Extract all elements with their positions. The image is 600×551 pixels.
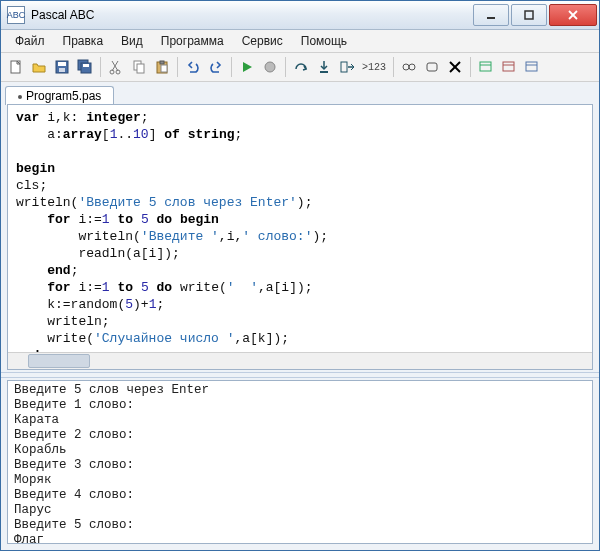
menu-view[interactable]: Вид [113,32,151,50]
svg-rect-33 [503,62,514,71]
output-line: Введите 2 слово: [14,428,134,442]
menu-file[interactable]: Файл [7,32,53,50]
eval-button[interactable]: >123 [359,56,389,78]
separator [231,57,232,77]
watch-button[interactable] [421,56,443,78]
save-all-button[interactable] [74,56,96,78]
svg-rect-23 [320,71,328,73]
output-line: Карата [14,413,59,427]
svg-marker-20 [243,62,252,72]
svg-rect-35 [526,62,537,71]
step-into-button[interactable] [313,56,335,78]
svg-rect-31 [480,62,491,71]
svg-rect-19 [161,65,167,72]
window-title: Pascal ABC [31,8,473,22]
output-line: Флаг [14,533,44,544]
app-window: ABC Pascal ABC Файл Правка Вид Программа… [0,0,600,551]
svg-rect-1 [525,11,533,19]
maximize-button[interactable] [511,4,547,26]
splitter[interactable] [1,372,599,378]
minimize-button[interactable] [473,4,509,26]
code-editor[interactable]: var i,k: integer; a:array[1..10] of stri… [8,105,592,369]
step-over-button[interactable] [290,56,312,78]
output-line: Введите 5 слов через Enter [14,383,209,397]
close-button[interactable] [549,4,597,26]
undo-button[interactable] [182,56,204,78]
toolbar: >123 [1,53,599,82]
copy-button[interactable] [128,56,150,78]
horizontal-scrollbar[interactable] [8,352,592,369]
tab-bar: Program5.pas [1,82,599,104]
svg-rect-10 [83,64,89,67]
separator [100,57,101,77]
output-line: Парус [14,503,52,517]
clear-button[interactable] [444,56,466,78]
separator [470,57,471,77]
output-line: Корабль [14,443,67,457]
separator [393,57,394,77]
output-line: Введите 4 слово: [14,488,134,502]
modified-dot-icon [18,95,22,99]
cut-button[interactable] [105,56,127,78]
app-icon: ABC [7,6,25,24]
run-button[interactable] [236,56,258,78]
output-line: Введите 1 слово: [14,398,134,412]
svg-rect-28 [427,63,437,71]
step-out-button[interactable] [336,56,358,78]
redo-button[interactable] [205,56,227,78]
titlebar: ABC Pascal ABC [1,1,599,30]
output-line: Введите 5 слово: [14,518,134,532]
svg-point-21 [265,62,275,72]
stop-button[interactable] [259,56,281,78]
open-file-button[interactable] [28,56,50,78]
scrollbar-thumb[interactable] [28,354,90,368]
menu-edit[interactable]: Правка [55,32,112,50]
menu-program[interactable]: Программа [153,32,232,50]
editor-pane: var i,k: integer; a:array[1..10] of stri… [7,104,593,370]
svg-rect-16 [137,64,144,73]
tab-label: Program5.pas [26,89,101,103]
output-line: Введите 3 слово: [14,458,134,472]
separator [285,57,286,77]
svg-point-26 [403,64,409,70]
breakpoint-button[interactable] [398,56,420,78]
window-tool-1[interactable] [475,56,497,78]
svg-rect-7 [59,68,65,72]
svg-point-27 [409,64,415,70]
separator [177,57,178,77]
window-tool-3[interactable] [521,56,543,78]
output-pane[interactable]: Введите 5 слов через Enter Введите 1 сло… [7,380,593,544]
new-file-button[interactable] [5,56,27,78]
save-button[interactable] [51,56,73,78]
output-line: Моряк [14,473,52,487]
editor-tab[interactable]: Program5.pas [5,86,114,105]
svg-rect-24 [341,62,347,72]
svg-rect-6 [58,62,66,66]
menu-help[interactable]: Помощь [293,32,355,50]
window-tool-2[interactable] [498,56,520,78]
menu-service[interactable]: Сервис [234,32,291,50]
menubar: Файл Правка Вид Программа Сервис Помощь [1,30,599,53]
svg-rect-18 [160,61,164,64]
window-buttons [473,4,599,26]
paste-button[interactable] [151,56,173,78]
